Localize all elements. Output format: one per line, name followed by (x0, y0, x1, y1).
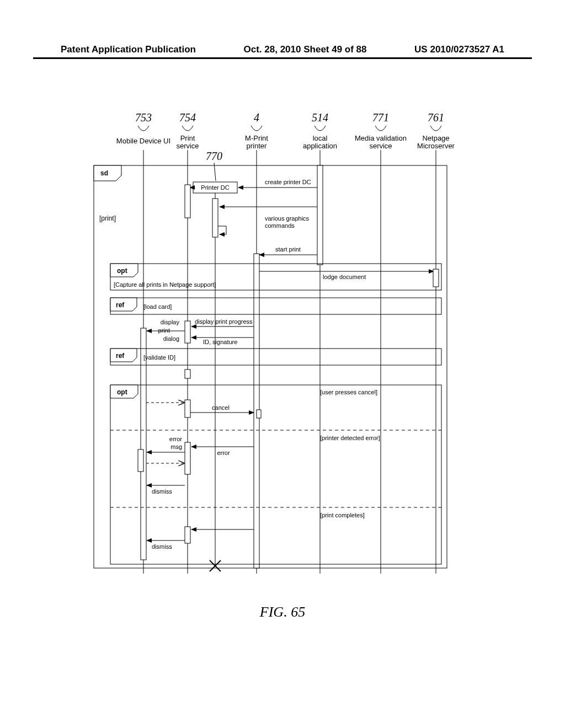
svg-text:754: 754 (179, 111, 196, 124)
svg-rect-28 (185, 185, 190, 218)
svg-text:display: display (161, 319, 180, 325)
ref-numbers: 753 754 4 514 771 761 (135, 111, 444, 131)
svg-text:lodge document: lodge document (323, 274, 366, 280)
sd-guard: [print] (99, 215, 116, 222)
svg-text:[printer detected error]: [printer detected error] (320, 435, 380, 441)
svg-text:cancel: cancel (212, 404, 230, 411)
opt-frame-outcome (110, 385, 441, 564)
header-left: Patent Application Publication (61, 44, 196, 55)
sd-tab: sd (94, 165, 121, 181)
svg-text:[load card]: [load card] (143, 303, 172, 310)
svg-text:[user presses cancel]: [user presses cancel] (320, 389, 377, 395)
svg-text:service: service (369, 142, 392, 150)
svg-text:sd: sd (100, 169, 108, 177)
svg-text:application: application (303, 142, 337, 150)
svg-text:771: 771 (372, 111, 389, 124)
svg-rect-56 (185, 442, 190, 474)
svg-text:[print completes]: [print completes] (320, 512, 365, 518)
svg-text:create printer  DC: create printer DC (265, 179, 311, 185)
svg-rect-59 (138, 449, 143, 472)
svg-text:print: print (158, 327, 170, 334)
svg-text:printer: printer (247, 142, 268, 150)
svg-text:[validate ID]: [validate ID] (143, 354, 175, 361)
svg-rect-65 (185, 527, 190, 543)
svg-text:service: service (176, 142, 199, 150)
header-right: US 2010/0273527 A1 (414, 44, 504, 55)
svg-text:ref: ref (116, 352, 125, 360)
svg-text:dialog: dialog (163, 335, 179, 342)
svg-text:display print progress: display print progress (195, 318, 253, 325)
svg-text:opt: opt (117, 388, 127, 396)
svg-rect-52 (257, 410, 261, 418)
figure-caption: FIG. 65 (0, 604, 565, 620)
svg-text:Microserver: Microserver (417, 142, 455, 150)
page-header: Patent Application Publication Oct. 28, … (61, 44, 504, 55)
svg-text:dismiss: dismiss (152, 543, 172, 550)
svg-text:Print: Print (180, 134, 195, 142)
svg-rect-50 (185, 400, 190, 417)
svg-text:Media validation: Media validation (355, 134, 407, 142)
svg-text:ref: ref (116, 301, 125, 309)
ref-770: 770 (206, 150, 222, 162)
svg-text:error: error (169, 436, 183, 442)
svg-text:[Capture all prints in Netpage: [Capture all prints in Netpage support] (114, 281, 216, 288)
svg-text:various graphics: various graphics (265, 215, 310, 222)
svg-rect-29 (212, 199, 218, 237)
svg-text:start print: start print (275, 246, 301, 253)
svg-text:M-Print: M-Print (245, 134, 268, 142)
header-center: Oct. 28, 2010 Sheet 49 of 88 (244, 44, 367, 55)
svg-text:753: 753 (135, 111, 152, 124)
activation-local-app (317, 165, 323, 265)
svg-text:opt: opt (117, 267, 127, 275)
svg-rect-36 (433, 269, 439, 287)
svg-text:Netpage: Netpage (422, 134, 449, 142)
svg-text:Mobile Device UI: Mobile Device UI (116, 137, 170, 145)
svg-rect-39 (185, 321, 190, 343)
activation-ui (141, 328, 146, 560)
header-rule (33, 57, 532, 59)
svg-rect-47 (185, 370, 190, 378)
svg-text:dismiss: dismiss (152, 488, 172, 495)
svg-text:local: local (313, 134, 328, 142)
svg-text:761: 761 (428, 111, 444, 124)
svg-text:514: 514 (312, 111, 328, 124)
svg-text:commands: commands (265, 222, 295, 229)
svg-text:ID, signature: ID, signature (203, 339, 237, 345)
svg-text:error: error (217, 449, 230, 456)
svg-text:4: 4 (254, 111, 259, 124)
sequence-diagram: 753 754 4 514 771 761 Mobile Device UI P… (72, 110, 491, 587)
svg-text:msg: msg (170, 443, 182, 450)
participant-labels: Mobile Device UI Print service M-Print p… (116, 134, 455, 150)
svg-text:Printer DC: Printer DC (201, 184, 229, 191)
